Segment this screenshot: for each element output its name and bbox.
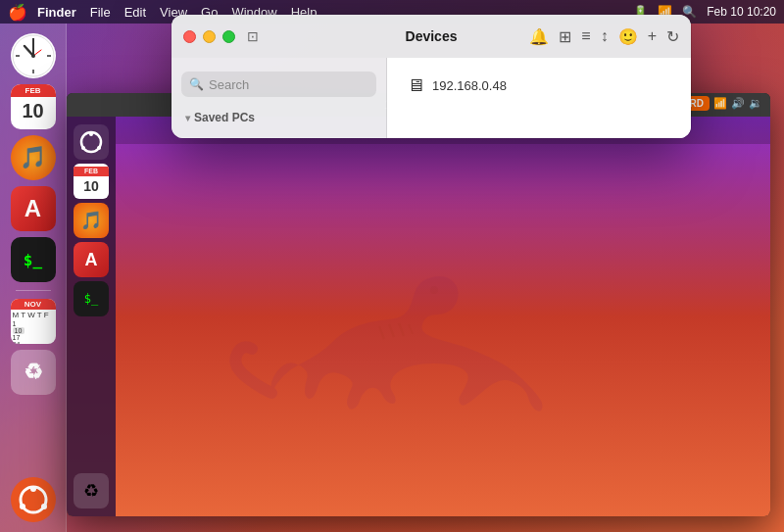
devices-main: 🖥 192.168.0.48 bbox=[387, 58, 691, 138]
devices-toolbar-right: 🔔 ⊞ ≡ ↕ 🙂 + ↻ bbox=[529, 27, 679, 46]
monitor-icon: 🖥 bbox=[407, 75, 424, 96]
search-bar[interactable]: 🔍 Search bbox=[181, 72, 376, 97]
ubuntu-music-icon[interactable]: 🎵 bbox=[74, 203, 109, 238]
ubuntu-a-icon: A bbox=[85, 250, 98, 270]
devices-title: Devices bbox=[406, 28, 458, 44]
svg-point-15 bbox=[81, 146, 85, 150]
ubuntu-music-note: 🎵 bbox=[80, 210, 102, 231]
list-view-icon[interactable]: ≡ bbox=[581, 27, 590, 45]
dock-music-icon[interactable]: 🎵 bbox=[11, 135, 56, 180]
window-controls bbox=[183, 30, 235, 43]
dock-clock-icon[interactable] bbox=[11, 33, 56, 78]
app-letter-icon: A bbox=[24, 195, 41, 222]
emoji-icon[interactable]: 🙂 bbox=[618, 27, 638, 46]
music-note-icon: 🎵 bbox=[20, 145, 46, 170]
svg-point-16 bbox=[97, 146, 101, 150]
dock-terminal-icon[interactable]: $_ bbox=[11, 237, 56, 282]
saved-pcs-section-header[interactable]: ▾ Saved PCs bbox=[172, 107, 386, 128]
devices-panel: ⊡ Devices 🔔 ⊞ ≡ ↕ 🙂 + ↻ 🔍 Search ▾ Sa bbox=[172, 15, 691, 138]
refresh-icon[interactable]: ↻ bbox=[666, 27, 679, 46]
menu-file[interactable]: File bbox=[90, 5, 111, 20]
search-placeholder: Search bbox=[209, 77, 249, 92]
calendar-date: 10 bbox=[11, 97, 56, 124]
apple-menu[interactable]: 🍎 bbox=[8, 3, 27, 22]
remote-status-bar: RD 📶 🔊 🔉 bbox=[684, 96, 762, 111]
ubuntu-logo-icon bbox=[19, 485, 48, 514]
svg-point-8 bbox=[31, 54, 35, 58]
menubar-datetime: Feb 10 10:20 bbox=[707, 5, 776, 19]
sort-icon[interactable]: ↕ bbox=[601, 27, 609, 45]
devices-sidebar: 🔍 Search ▾ Saved PCs bbox=[172, 58, 387, 138]
ubuntu-numbat-container bbox=[222, 236, 614, 436]
svg-point-21 bbox=[430, 286, 438, 294]
desktop: 🍎 Finder File Edit View Go Window Help 🔋… bbox=[0, 0, 784, 532]
ubuntu-calendar-icon[interactable]: FEB 10 bbox=[74, 164, 109, 199]
dock-app-icon[interactable]: A bbox=[11, 186, 56, 231]
remote-content: FEB 10 🎵 A $_ ♻ Feb 10 10:20 bbox=[67, 117, 770, 516]
saved-pcs-label: Saved PCs bbox=[194, 111, 255, 124]
ubuntu-taskbar: FEB 10 🎵 A $_ ♻ bbox=[67, 117, 116, 516]
dock-second-calendar-icon[interactable]: NOV M T W T F 1 10 17 24 Tod... bbox=[11, 299, 56, 344]
menu-finder[interactable]: Finder bbox=[37, 5, 76, 20]
dock-calendar-icon[interactable]: FEB 10 bbox=[11, 84, 56, 129]
devices-body: 🔍 Search ▾ Saved PCs 🖥 192.168.0.48 bbox=[172, 58, 691, 138]
numbat-silhouette bbox=[222, 236, 614, 432]
remote-desktop-window[interactable]: 192.168.0.48 RD 📶 🔊 🔉 bbox=[67, 93, 770, 516]
svg-point-12 bbox=[41, 504, 47, 509]
grid-view-icon[interactable]: ⊞ bbox=[559, 27, 571, 46]
remote-signal-icon: 📶 bbox=[713, 97, 727, 110]
device-ip: 192.168.0.48 bbox=[432, 78, 507, 93]
svg-point-14 bbox=[89, 132, 93, 136]
ubuntu-terminal-text: $_ bbox=[84, 292, 98, 306]
dock: FEB 10 🎵 A $_ NOV M T W T bbox=[0, 24, 67, 532]
calendar-month: FEB bbox=[11, 84, 56, 97]
svg-point-10 bbox=[30, 486, 36, 492]
remote-volume-icon: 🔉 bbox=[749, 97, 762, 110]
trash-icon: ♻ bbox=[24, 360, 43, 385]
ubuntu-terminal-icon[interactable]: $_ bbox=[74, 281, 109, 316]
ubuntu-activities-svg bbox=[79, 130, 103, 154]
svg-point-11 bbox=[20, 504, 25, 509]
add-icon[interactable]: + bbox=[648, 27, 657, 45]
dock-trash-icon[interactable]: ♻ bbox=[11, 350, 56, 395]
ubuntu-trash-symbol: ♻ bbox=[83, 480, 99, 502]
window-expand-button[interactable]: ⊡ bbox=[243, 26, 263, 46]
section-chevron-icon: ▾ bbox=[185, 113, 190, 123]
menu-edit[interactable]: Edit bbox=[124, 5, 146, 20]
terminal-icon: $_ bbox=[24, 251, 42, 269]
window-minimize-button[interactable] bbox=[203, 30, 216, 43]
device-entry[interactable]: 🖥 192.168.0.48 bbox=[397, 68, 681, 104]
search-icon: 🔍 bbox=[189, 77, 204, 91]
ubuntu-trash-icon[interactable]: ♻ bbox=[74, 473, 109, 508]
notification-bell-icon[interactable]: 🔔 bbox=[529, 27, 549, 46]
ubuntu-app-icon[interactable]: A bbox=[74, 242, 109, 277]
dock-separator bbox=[16, 290, 51, 291]
dock-ubuntu-icon[interactable] bbox=[11, 477, 56, 522]
remote-audio-icon: 🔊 bbox=[731, 97, 745, 110]
ubuntu-activities-icon[interactable] bbox=[74, 124, 109, 160]
devices-titlebar: ⊡ Devices 🔔 ⊞ ≡ ↕ 🙂 + ↻ bbox=[172, 15, 691, 58]
window-close-button[interactable] bbox=[183, 30, 196, 43]
window-maximize-button[interactable] bbox=[222, 30, 235, 43]
clock-face-svg bbox=[12, 34, 55, 77]
